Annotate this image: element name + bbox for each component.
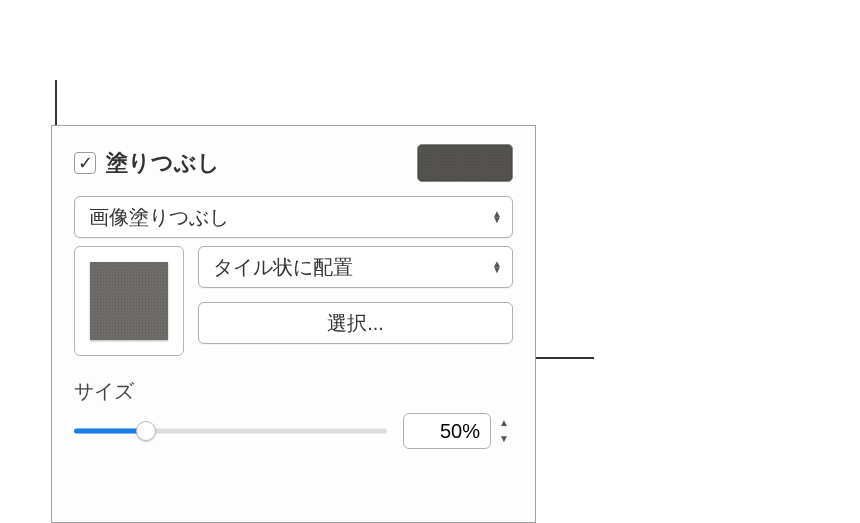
image-placement-selected: タイル状に配置 (213, 254, 353, 281)
size-label: サイズ (74, 378, 513, 405)
stepper-down-button[interactable]: ▼ (495, 431, 513, 447)
fill-header-row: ✓ 塗りつぶし (74, 144, 513, 182)
size-input[interactable] (403, 413, 491, 449)
image-thumbnail (90, 262, 168, 340)
chevron-up-icon: ▲ (499, 418, 509, 428)
choose-button-label: 選択... (327, 310, 384, 337)
checkmark-icon: ✓ (78, 154, 93, 172)
slider-thumb (136, 421, 156, 441)
image-placement-popup[interactable]: タイル状に配置 ▲▼ (198, 246, 513, 288)
size-slider[interactable] (74, 419, 387, 443)
fill-label: 塗りつぶし (106, 148, 417, 178)
popup-chevrons-icon: ▲▼ (492, 261, 502, 273)
fill-color-swatch[interactable] (417, 144, 513, 182)
fill-inspector-panel: ✓ 塗りつぶし 画像塗りつぶし ▲▼ タイル状に配置 ▲▼ 選択... サイズ (51, 125, 536, 523)
size-stepper: ▲ ▼ (403, 413, 513, 449)
chevron-down-icon: ▼ (499, 434, 509, 444)
fill-checkbox[interactable]: ✓ (74, 152, 96, 174)
stepper-up-button[interactable]: ▲ (495, 415, 513, 431)
popup-chevrons-icon: ▲▼ (492, 211, 502, 223)
choose-image-button[interactable]: 選択... (198, 302, 513, 344)
size-section: サイズ ▲ ▼ (74, 378, 513, 449)
image-fill-row: タイル状に配置 ▲▼ 選択... (74, 246, 513, 356)
size-row: ▲ ▼ (74, 413, 513, 449)
image-well[interactable] (74, 246, 184, 356)
image-controls: タイル状に配置 ▲▼ 選択... (198, 246, 513, 356)
stepper-buttons: ▲ ▼ (495, 415, 513, 447)
fill-type-selected: 画像塗りつぶし (89, 204, 229, 231)
fill-type-popup[interactable]: 画像塗りつぶし ▲▼ (74, 196, 513, 238)
